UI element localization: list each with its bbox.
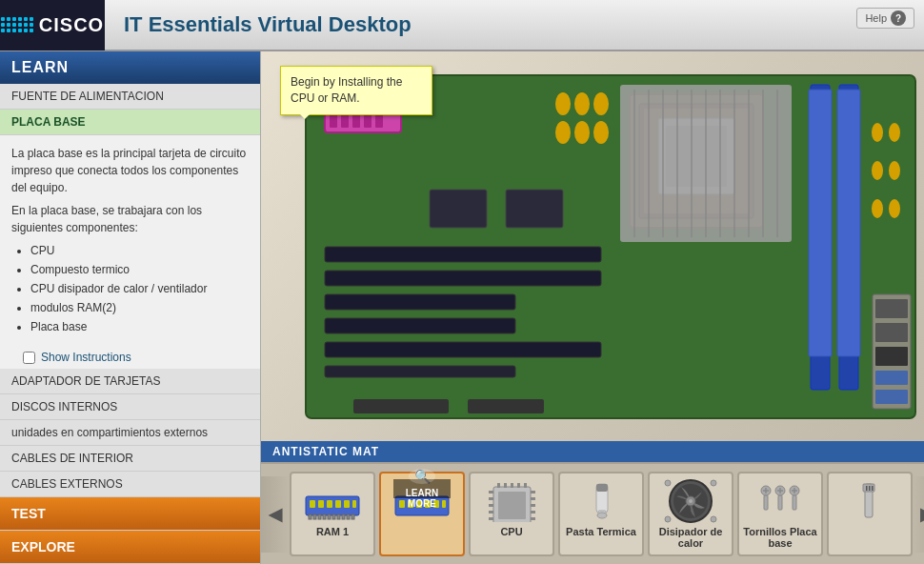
svg-point-43 xyxy=(889,161,900,180)
svg-rect-135 xyxy=(869,486,871,491)
right-panel: Begin by Installing the CPU or RAM. xyxy=(261,51,924,564)
svg-rect-50 xyxy=(875,371,908,385)
tooltip: Begin by Installing the CPU or RAM. xyxy=(280,66,432,115)
header: CISCO IT Essentials Virtual Desktop Help… xyxy=(0,0,924,51)
list-item-cpu: CPU xyxy=(30,242,249,259)
svg-rect-107 xyxy=(531,517,535,520)
svg-rect-69 xyxy=(309,514,311,519)
help-icon: ? xyxy=(891,10,906,26)
learn-more-text: LEARN MORE xyxy=(393,488,451,509)
sidebar-item-cables-ext[interactable]: CABLES EXTERNOS xyxy=(0,472,260,497)
tray-item-cable[interactable] xyxy=(827,472,913,556)
tray-item-ram2[interactable]: 🔍 LEARN MORE xyxy=(379,472,465,556)
svg-point-39 xyxy=(555,121,571,144)
cpu-icon xyxy=(483,479,540,522)
svg-rect-103 xyxy=(531,491,535,494)
content-paragraph2: En la placa base, se trabajara con los s… xyxy=(11,202,249,236)
svg-rect-73 xyxy=(328,514,331,519)
svg-point-118 xyxy=(665,516,671,522)
show-instructions-label: Show Instructions xyxy=(41,349,131,366)
tray-item-disipador-label: Disipador de calor xyxy=(653,526,728,549)
svg-rect-78 xyxy=(352,514,354,519)
svg-rect-28 xyxy=(325,247,601,262)
svg-rect-61 xyxy=(468,399,544,413)
show-instructions-checkbox[interactable] xyxy=(23,352,35,364)
tray-items: RAM 1 xyxy=(290,472,913,556)
svg-rect-30 xyxy=(325,294,515,310)
sidebar-item-cables-int[interactable]: CABLES DE INTERIOR xyxy=(0,446,260,472)
tooltip-text: Begin by Installing the CPU or RAM. xyxy=(291,75,402,105)
svg-rect-131 xyxy=(793,495,796,510)
svg-rect-109 xyxy=(596,484,608,492)
svg-rect-63 xyxy=(310,500,315,508)
svg-rect-75 xyxy=(337,514,340,519)
svg-rect-33 xyxy=(325,366,515,377)
tray-item-cpu[interactable]: CPU xyxy=(469,472,554,556)
svg-rect-70 xyxy=(313,514,316,519)
sidebar-item-test[interactable]: TEST xyxy=(0,497,260,531)
tray-item-disipador[interactable]: Disipador de calor xyxy=(648,472,733,556)
help-label: Help xyxy=(865,12,887,24)
svg-rect-60 xyxy=(353,399,449,413)
svg-rect-98 xyxy=(489,491,493,494)
tray-item-ram1-label: RAM 1 xyxy=(316,526,349,537)
svg-rect-53 xyxy=(506,190,563,228)
list-item-disipador: CPU disipador de calor / ventilador xyxy=(30,280,249,297)
svg-rect-32 xyxy=(325,342,601,357)
sidebar-item-discos[interactable]: DISCOS INTERNOS xyxy=(0,394,260,420)
tray-right-arrow[interactable]: ▶ xyxy=(913,476,924,553)
svg-point-35 xyxy=(574,92,590,115)
svg-point-44 xyxy=(872,199,883,218)
svg-rect-99 xyxy=(489,497,493,500)
svg-rect-66 xyxy=(335,500,341,508)
cisco-wordmark: CISCO xyxy=(39,14,104,36)
list-item-placa: Placa base xyxy=(30,318,249,335)
svg-point-115 xyxy=(689,499,693,503)
ram2-icon: 🔍 LEARN MORE xyxy=(393,479,451,522)
learn-more-icon: 🔍 xyxy=(409,469,435,484)
sidebar-item-unidades[interactable]: unidades en compartimientos externos xyxy=(0,420,260,446)
sidebar-learn-header: LEARN xyxy=(0,51,260,84)
tray-item-cpu-label: CPU xyxy=(500,526,522,537)
tornillos-icon xyxy=(752,479,809,522)
sidebar-content: La placa base es la principal tarjeta de… xyxy=(0,135,260,369)
svg-rect-67 xyxy=(344,500,350,508)
svg-rect-68 xyxy=(352,500,356,508)
list-item-ram: modulos RAM(2) xyxy=(30,299,249,316)
svg-point-37 xyxy=(593,121,609,144)
sidebar-item-explore[interactable]: EXPLORE xyxy=(0,531,260,564)
svg-point-117 xyxy=(711,480,716,486)
tray-item-pasta[interactable]: Pasta Termica xyxy=(558,472,644,556)
svg-rect-92 xyxy=(524,483,527,488)
svg-rect-52 xyxy=(430,190,487,228)
pasta-icon xyxy=(572,479,630,522)
svg-rect-104 xyxy=(531,497,535,500)
svg-rect-31 xyxy=(325,318,515,333)
svg-rect-47 xyxy=(875,299,908,318)
tray-left-arrow[interactable]: ◀ xyxy=(261,476,290,553)
svg-rect-123 xyxy=(764,495,768,510)
svg-rect-76 xyxy=(342,514,345,519)
sidebar-item-placa[interactable]: PLACA BASE xyxy=(0,110,260,135)
svg-rect-27 xyxy=(837,90,860,356)
svg-rect-105 xyxy=(531,504,535,507)
svg-rect-51 xyxy=(875,390,908,404)
svg-point-40 xyxy=(872,123,883,142)
svg-rect-134 xyxy=(866,486,868,491)
help-button[interactable]: Help ? xyxy=(856,8,914,29)
tray-item-ram1[interactable]: RAM 1 xyxy=(290,472,375,556)
sidebar-item-adaptador[interactable]: ADAPTADOR DE TARJETAS xyxy=(0,369,260,394)
tray-item-tornillos-label: Tornillos Placa base xyxy=(743,526,817,549)
svg-rect-89 xyxy=(504,483,507,488)
svg-point-38 xyxy=(574,121,590,144)
show-instructions-toggle[interactable]: Show Instructions xyxy=(11,345,249,369)
svg-rect-74 xyxy=(332,514,335,519)
disipador-icon xyxy=(662,479,719,522)
svg-rect-26 xyxy=(809,90,832,356)
tray-item-tornillos[interactable]: Tornillos Placa base xyxy=(737,472,823,556)
svg-rect-65 xyxy=(327,500,332,508)
svg-rect-64 xyxy=(318,500,324,508)
list-item-compuesto: Compuesto termico xyxy=(30,261,249,278)
svg-rect-100 xyxy=(489,504,493,507)
sidebar-item-fuente[interactable]: FUENTE DE ALIMENTACION xyxy=(0,84,260,110)
